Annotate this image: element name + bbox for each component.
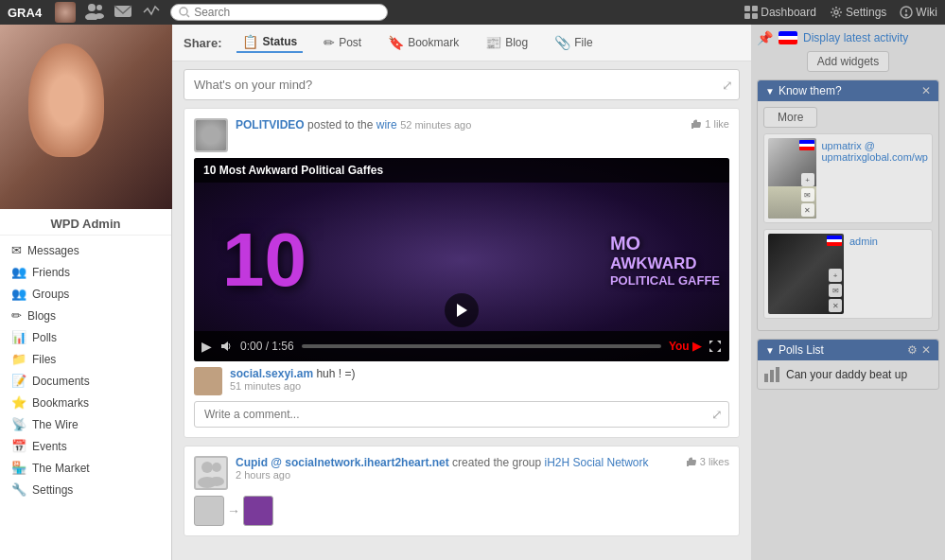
documents-icon: 📝 (11, 374, 26, 388)
sidebar-item-blogs[interactable]: ✏ Blogs (0, 305, 171, 326)
sidebar-item-polls[interactable]: 📊 Polls (0, 326, 171, 348)
share-tab-bookmark[interactable]: 🔖 Bookmark (382, 33, 464, 52)
post-tab-icon: ✏ (324, 35, 335, 50)
sidebar-item-label: Files (32, 353, 56, 366)
pin-icon[interactable]: 📌 (757, 30, 773, 45)
events-icon: 📅 (11, 439, 26, 453)
sidebar-item-label: Messages (27, 244, 79, 257)
sidebar-item-files[interactable]: 📁 Files (0, 348, 171, 370)
group-likes[interactable]: 3 likes (686, 456, 729, 467)
person-x-btn-1[interactable]: ✕ (801, 203, 814, 217)
status-tab-label: Status (262, 35, 297, 48)
group-member-avatar-1[interactable] (194, 496, 224, 526)
feed-like[interactable]: 1 like (691, 118, 729, 130)
play-button[interactable]: ▶ (201, 339, 212, 354)
person-msg-btn-1[interactable]: ✉ (801, 188, 814, 201)
group-creator[interactable]: Cupid @ socialnetwork.iheart2heart.net (236, 456, 449, 469)
poll-question[interactable]: Can your daddy beat up (786, 368, 907, 381)
person-photo-2[interactable]: + ✉ ✕ (768, 234, 844, 314)
svg-rect-22 (776, 367, 779, 382)
blogs-icon: ✏ (11, 308, 22, 323)
sidebar-item-settings[interactable]: 🔧 Settings (0, 479, 171, 500)
sidebar-item-groups[interactable]: 👥 Groups (0, 283, 171, 305)
sidebar-item-events[interactable]: 📅 Events (0, 435, 171, 457)
person-name-2[interactable]: admin (849, 236, 878, 247)
group-time: 2 hours ago (236, 469, 678, 481)
know-them-widget: ▼ Know them? ✕ More + (757, 79, 939, 331)
person-name-1[interactable]: upmatrix @ upmatrixglobal.com/wp (822, 140, 929, 163)
dashboard-link[interactable]: Dashboard (744, 6, 816, 19)
person-info-2: admin (849, 234, 878, 314)
sidebar-item-label: Documents (32, 375, 90, 388)
sidebar-item-label: Settings (32, 483, 73, 497)
group-avatar[interactable] (194, 456, 228, 490)
share-tab-status[interactable]: 📋 Status (236, 32, 303, 53)
sidebar-item-label: Friends (32, 266, 70, 279)
search-bar[interactable] (170, 4, 388, 21)
wiki-link[interactable]: Wiki (900, 6, 937, 19)
share-tab-post[interactable]: ✏ Post (318, 33, 367, 52)
sidebar-item-documents[interactable]: 📝 Documents (0, 370, 171, 392)
svg-point-19 (209, 477, 224, 486)
person-photo-1[interactable]: + ✉ ✕ (768, 138, 816, 219)
person-add-btn-1[interactable]: + (801, 173, 814, 186)
activity-icon[interactable] (142, 3, 161, 23)
collapse-icon[interactable]: ▼ (765, 86, 775, 96)
file-tab-icon: 📎 (554, 35, 570, 50)
sidebar-avatar[interactable] (0, 25, 172, 209)
sidebar-item-friends[interactable]: 👥 Friends (0, 261, 171, 283)
polls-settings-icon[interactable]: ⚙ (907, 343, 918, 357)
video-thumbnail[interactable]: 10 Most Awkward Political Gaffes 10 MO A… (194, 158, 729, 361)
avatar-separator: → (227, 503, 240, 518)
svg-point-2 (96, 5, 102, 10)
messages-icon[interactable] (114, 3, 132, 23)
flag-icon (779, 31, 797, 44)
top-navigation: GRA4 Dashboard Settings Wiki (0, 0, 945, 25)
share-tab-blog[interactable]: 📰 Blog (480, 33, 534, 52)
progress-bar[interactable] (302, 344, 661, 348)
feed-username[interactable]: POLITVIDEO (236, 118, 305, 131)
feed-avatar[interactable] (194, 118, 228, 152)
blog-tab-icon: 📰 (485, 35, 501, 50)
search-input[interactable] (194, 6, 379, 19)
polls-collapse-icon[interactable]: ▼ (765, 345, 775, 356)
polls-close-icon[interactable]: ✕ (921, 343, 931, 357)
widget-close-icon[interactable]: ✕ (921, 84, 931, 97)
sidebar-item-market[interactable]: 🏪 The Market (0, 457, 171, 479)
status-input-wrap[interactable]: ⤢ (184, 69, 740, 100)
person-msg-btn-2[interactable]: ✉ (829, 284, 842, 297)
comment-avatar[interactable] (194, 367, 222, 395)
comment-username[interactable]: social.sexyi.am (230, 367, 313, 380)
group-member-avatar-2[interactable] (243, 496, 273, 526)
group-meta: Cupid @ socialnetwork.iheart2heart.net c… (236, 456, 678, 481)
sidebar-item-messages[interactable]: ✉ Messages (0, 239, 171, 261)
people-icon[interactable] (85, 3, 104, 23)
share-tab-file[interactable]: 📎 File (549, 33, 598, 52)
add-widgets-button[interactable]: Add widgets (807, 51, 889, 72)
sidebar-menu: ✉ Messages 👥 Friends 👥 Groups ✏ Blogs 📊 … (0, 236, 171, 504)
display-latest-link[interactable]: Display latest activity (803, 31, 908, 44)
friends-icon: 👥 (11, 265, 26, 279)
group-member-avatars: → (194, 496, 729, 526)
sidebar-item-wire[interactable]: 📡 The Wire (0, 413, 171, 435)
blog-tab-label: Blog (505, 36, 528, 49)
topnav-right: Dashboard Settings Wiki (744, 6, 937, 19)
fullscreen-icon[interactable] (709, 340, 722, 353)
main-content: Share: 📋 Status ✏ Post 🔖 Bookmark 📰 Blog… (172, 25, 751, 560)
volume-icon[interactable] (219, 340, 233, 353)
sidebar-item-bookmarks[interactable]: ⭐ Bookmarks (0, 392, 171, 413)
comment-input[interactable] (201, 402, 711, 427)
more-button[interactable]: More (763, 107, 817, 128)
play-overlay-icon[interactable] (194, 293, 729, 327)
sidebar-item-label: The Wire (32, 418, 79, 431)
status-input[interactable] (190, 70, 722, 99)
comment-input-wrap[interactable]: ⤢ (194, 401, 729, 428)
person-x-btn-2[interactable]: ✕ (829, 299, 842, 312)
group-name[interactable]: iH2H Social Network (545, 456, 649, 469)
wire-link[interactable]: wire (376, 118, 397, 131)
person-add-btn-2[interactable]: + (829, 269, 842, 282)
settings-link[interactable]: Settings (830, 6, 886, 19)
widget-actions: ✕ (921, 84, 931, 97)
user-avatar-nav[interactable] (55, 2, 76, 23)
svg-rect-20 (764, 374, 768, 382)
